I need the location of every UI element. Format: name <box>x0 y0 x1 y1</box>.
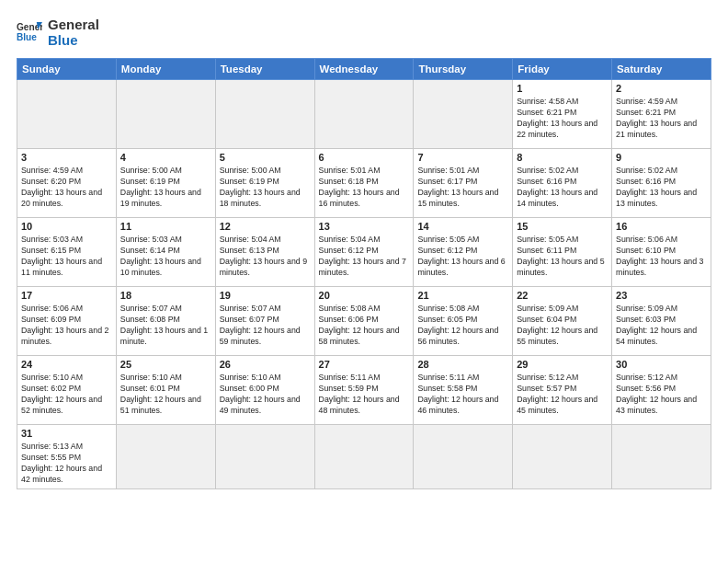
day-info: Sunrise: 5:03 AM Sunset: 6:15 PM Dayligh… <box>21 234 112 279</box>
day-info: Sunrise: 5:08 AM Sunset: 6:06 PM Dayligh… <box>319 303 410 348</box>
logo-blue-text: Blue <box>48 32 99 48</box>
day-info: Sunrise: 5:02 AM Sunset: 6:16 PM Dayligh… <box>616 165 707 210</box>
calendar-cell <box>414 79 513 148</box>
day-number: 18 <box>120 290 211 301</box>
day-info: Sunrise: 5:10 AM Sunset: 6:02 PM Dayligh… <box>21 372 112 417</box>
day-number: 26 <box>220 359 311 370</box>
day-number: 1 <box>517 83 608 94</box>
day-info: Sunrise: 5:08 AM Sunset: 6:05 PM Dayligh… <box>417 303 508 348</box>
calendar-cell <box>612 424 711 488</box>
calendar: SundayMondayTuesdayWednesdayThursdayFrid… <box>17 58 711 489</box>
calendar-cell <box>116 424 215 488</box>
day-number: 28 <box>417 359 508 370</box>
calendar-cell <box>116 79 215 148</box>
day-number: 2 <box>616 83 707 94</box>
day-number: 12 <box>220 221 311 232</box>
day-number: 14 <box>417 221 508 232</box>
day-number: 10 <box>21 221 112 232</box>
day-info: Sunrise: 5:11 AM Sunset: 5:58 PM Dayligh… <box>417 372 508 417</box>
calendar-cell: 20Sunrise: 5:08 AM Sunset: 6:06 PM Dayli… <box>314 286 414 355</box>
day-number: 13 <box>319 221 410 232</box>
calendar-cell <box>215 424 314 488</box>
day-number: 15 <box>517 221 608 232</box>
day-number: 30 <box>616 359 707 370</box>
week-row-4: 24Sunrise: 5:10 AM Sunset: 6:02 PM Dayli… <box>17 355 711 424</box>
calendar-cell: 3Sunrise: 4:59 AM Sunset: 6:20 PM Daylig… <box>17 148 117 217</box>
day-info: Sunrise: 5:01 AM Sunset: 6:18 PM Dayligh… <box>319 165 410 210</box>
calendar-cell: 18Sunrise: 5:07 AM Sunset: 6:08 PM Dayli… <box>116 286 215 355</box>
day-info: Sunrise: 5:01 AM Sunset: 6:17 PM Dayligh… <box>417 165 508 210</box>
weekday-thursday: Thursday <box>414 58 513 79</box>
day-info: Sunrise: 5:06 AM Sunset: 6:09 PM Dayligh… <box>21 303 112 348</box>
day-info: Sunrise: 4:59 AM Sunset: 6:21 PM Dayligh… <box>616 96 707 141</box>
calendar-cell: 10Sunrise: 5:03 AM Sunset: 6:15 PM Dayli… <box>17 217 117 286</box>
calendar-cell: 8Sunrise: 5:02 AM Sunset: 6:16 PM Daylig… <box>513 148 612 217</box>
day-info: Sunrise: 5:10 AM Sunset: 6:01 PM Dayligh… <box>120 372 211 417</box>
calendar-cell: 12Sunrise: 5:04 AM Sunset: 6:13 PM Dayli… <box>215 217 314 286</box>
calendar-cell <box>17 79 117 148</box>
calendar-cell: 26Sunrise: 5:10 AM Sunset: 6:00 PM Dayli… <box>215 355 314 424</box>
week-row-0: 1Sunrise: 4:58 AM Sunset: 6:21 PM Daylig… <box>17 79 711 148</box>
week-row-2: 10Sunrise: 5:03 AM Sunset: 6:15 PM Dayli… <box>17 217 711 286</box>
calendar-cell: 1Sunrise: 4:58 AM Sunset: 6:21 PM Daylig… <box>513 79 612 148</box>
calendar-cell: 2Sunrise: 4:59 AM Sunset: 6:21 PM Daylig… <box>612 79 711 148</box>
weekday-monday: Monday <box>116 58 215 79</box>
page: General Blue General Blue SundayMondayTu… <box>0 0 728 563</box>
weekday-friday: Friday <box>513 58 612 79</box>
calendar-cell: 21Sunrise: 5:08 AM Sunset: 6:05 PM Dayli… <box>414 286 513 355</box>
svg-text:Blue: Blue <box>17 33 37 43</box>
day-info: Sunrise: 5:00 AM Sunset: 6:19 PM Dayligh… <box>120 165 211 210</box>
calendar-cell: 11Sunrise: 5:03 AM Sunset: 6:14 PM Dayli… <box>116 217 215 286</box>
day-info: Sunrise: 5:13 AM Sunset: 5:55 PM Dayligh… <box>21 441 112 486</box>
calendar-cell: 16Sunrise: 5:06 AM Sunset: 6:10 PM Dayli… <box>612 217 711 286</box>
day-number: 21 <box>417 290 508 301</box>
day-info: Sunrise: 5:05 AM Sunset: 6:11 PM Dayligh… <box>517 234 608 279</box>
logo: General Blue General Blue <box>17 17 99 49</box>
day-number: 4 <box>120 152 211 163</box>
week-row-1: 3Sunrise: 4:59 AM Sunset: 6:20 PM Daylig… <box>17 148 711 217</box>
calendar-cell <box>314 79 414 148</box>
day-info: Sunrise: 5:11 AM Sunset: 5:59 PM Dayligh… <box>319 372 410 417</box>
calendar-cell: 6Sunrise: 5:01 AM Sunset: 6:18 PM Daylig… <box>314 148 414 217</box>
day-info: Sunrise: 5:03 AM Sunset: 6:14 PM Dayligh… <box>120 234 211 279</box>
calendar-cell: 25Sunrise: 5:10 AM Sunset: 6:01 PM Dayli… <box>116 355 215 424</box>
weekday-tuesday: Tuesday <box>215 58 314 79</box>
header: General Blue General Blue <box>17 17 711 49</box>
calendar-cell <box>314 424 414 488</box>
day-number: 22 <box>517 290 608 301</box>
calendar-cell: 30Sunrise: 5:12 AM Sunset: 5:56 PM Dayli… <box>612 355 711 424</box>
calendar-cell: 15Sunrise: 5:05 AM Sunset: 6:11 PM Dayli… <box>513 217 612 286</box>
day-info: Sunrise: 5:05 AM Sunset: 6:12 PM Dayligh… <box>417 234 508 279</box>
day-info: Sunrise: 5:00 AM Sunset: 6:19 PM Dayligh… <box>220 165 311 210</box>
weekday-saturday: Saturday <box>612 58 711 79</box>
logo-general-text: General <box>48 17 99 32</box>
generalblue-icon: General Blue <box>17 19 42 45</box>
day-info: Sunrise: 5:09 AM Sunset: 6:04 PM Dayligh… <box>517 303 608 348</box>
day-info: Sunrise: 5:07 AM Sunset: 6:07 PM Dayligh… <box>220 303 311 348</box>
day-number: 19 <box>220 290 311 301</box>
weekday-sunday: Sunday <box>17 58 117 79</box>
calendar-cell: 24Sunrise: 5:10 AM Sunset: 6:02 PM Dayli… <box>17 355 117 424</box>
day-info: Sunrise: 5:12 AM Sunset: 5:57 PM Dayligh… <box>517 372 608 417</box>
day-info: Sunrise: 5:06 AM Sunset: 6:10 PM Dayligh… <box>616 234 707 279</box>
calendar-cell <box>215 79 314 148</box>
calendar-cell: 23Sunrise: 5:09 AM Sunset: 6:03 PM Dayli… <box>612 286 711 355</box>
calendar-cell <box>513 424 612 488</box>
calendar-cell: 28Sunrise: 5:11 AM Sunset: 5:58 PM Dayli… <box>414 355 513 424</box>
day-number: 5 <box>220 152 311 163</box>
calendar-cell <box>414 424 513 488</box>
day-number: 6 <box>319 152 410 163</box>
calendar-cell: 5Sunrise: 5:00 AM Sunset: 6:19 PM Daylig… <box>215 148 314 217</box>
calendar-cell: 22Sunrise: 5:09 AM Sunset: 6:04 PM Dayli… <box>513 286 612 355</box>
calendar-cell: 19Sunrise: 5:07 AM Sunset: 6:07 PM Dayli… <box>215 286 314 355</box>
day-number: 20 <box>319 290 410 301</box>
calendar-cell: 4Sunrise: 5:00 AM Sunset: 6:19 PM Daylig… <box>116 148 215 217</box>
day-number: 7 <box>417 152 508 163</box>
day-info: Sunrise: 5:04 AM Sunset: 6:13 PM Dayligh… <box>220 234 311 279</box>
day-number: 27 <box>319 359 410 370</box>
day-number: 17 <box>21 290 112 301</box>
weekday-header-row: SundayMondayTuesdayWednesdayThursdayFrid… <box>17 58 711 79</box>
day-info: Sunrise: 5:09 AM Sunset: 6:03 PM Dayligh… <box>616 303 707 348</box>
day-info: Sunrise: 4:58 AM Sunset: 6:21 PM Dayligh… <box>517 96 608 141</box>
day-number: 11 <box>120 221 211 232</box>
